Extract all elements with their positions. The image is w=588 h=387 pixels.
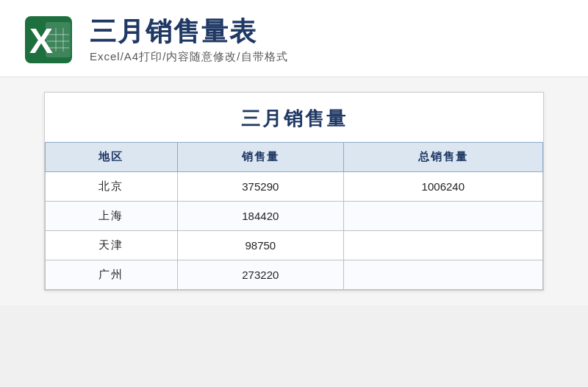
col-header-sales: 销售量 <box>177 143 343 172</box>
content-area: 三月销售量 地区 销售量 总销售量 北京3752901006240上海18442… <box>0 77 588 305</box>
banner-title: 三月销售量表 <box>90 15 288 47</box>
banner: X 三月销售量表 Excel/A4打印/内容随意修改/自带格式 <box>0 0 588 77</box>
table-row: 广州273220 <box>46 260 543 290</box>
table-row: 天津98750 <box>46 231 543 260</box>
sales-table: 地区 销售量 总销售量 北京3752901006240上海184420天津987… <box>45 142 543 290</box>
cell-sales: 184420 <box>177 202 343 231</box>
col-header-total: 总销售量 <box>343 143 542 172</box>
cell-total <box>343 202 542 231</box>
sheet-container: 三月销售量 地区 销售量 总销售量 北京3752901006240上海18442… <box>44 92 544 291</box>
excel-icon: X <box>22 13 75 66</box>
cell-region: 上海 <box>46 202 178 231</box>
table-row: 北京3752901006240 <box>46 172 543 202</box>
cell-total: 1006240 <box>343 172 542 202</box>
sheet-title: 三月销售量 <box>45 93 543 142</box>
cell-region: 天津 <box>46 231 178 260</box>
cell-total <box>343 260 542 290</box>
banner-text: 三月销售量表 Excel/A4打印/内容随意修改/自带格式 <box>90 15 288 64</box>
cell-region: 广州 <box>46 260 178 290</box>
cell-region: 北京 <box>46 172 178 202</box>
table-header-row: 地区 销售量 总销售量 <box>46 143 543 172</box>
table-row: 上海184420 <box>46 202 543 231</box>
banner-subtitle: Excel/A4打印/内容随意修改/自带格式 <box>90 50 288 64</box>
cell-total <box>343 231 542 260</box>
cell-sales: 98750 <box>177 231 343 260</box>
col-header-region: 地区 <box>46 143 178 172</box>
cell-sales: 375290 <box>177 172 343 202</box>
cell-sales: 273220 <box>177 260 343 290</box>
